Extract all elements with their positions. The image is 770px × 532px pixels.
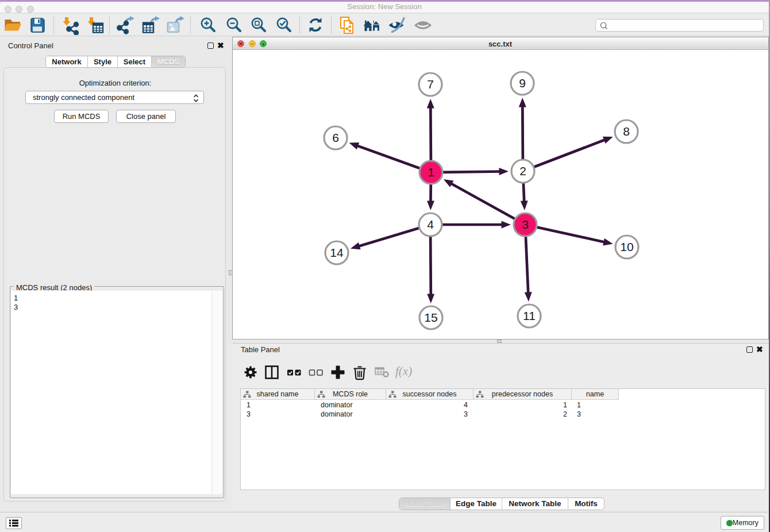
svg-text:6: 6 bbox=[332, 131, 339, 144]
svg-text:10: 10 bbox=[620, 240, 633, 253]
svg-text:3: 3 bbox=[522, 218, 529, 231]
svg-text:4: 4 bbox=[427, 218, 434, 231]
svg-text:9: 9 bbox=[519, 76, 526, 90]
svg-text:2: 2 bbox=[519, 164, 526, 178]
svg-text:1: 1 bbox=[428, 165, 434, 179]
svg-text:8: 8 bbox=[623, 125, 630, 138]
svg-text:14: 14 bbox=[330, 246, 344, 259]
svg-text:15: 15 bbox=[424, 311, 437, 324]
svg-text:7: 7 bbox=[427, 78, 434, 91]
svg-text:11: 11 bbox=[523, 309, 536, 322]
